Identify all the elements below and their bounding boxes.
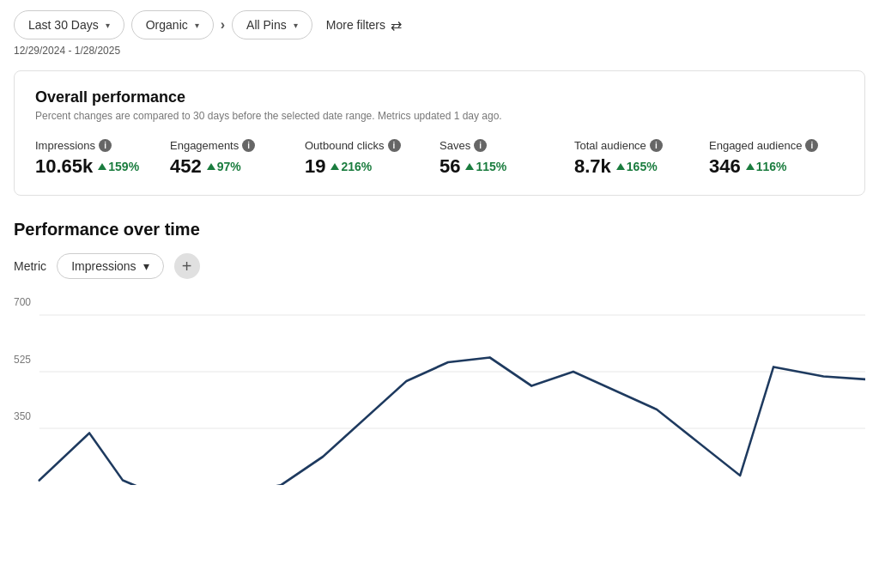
metric-label-5: Engaged audience i	[709, 139, 844, 152]
performance-chart	[14, 296, 865, 485]
organic-label: Organic	[146, 18, 188, 32]
up-arrow-icon-5	[746, 163, 755, 170]
metric-name-0: Impressions	[35, 139, 95, 152]
metric-item: Impressions i 10.65k 159%	[35, 139, 170, 178]
up-arrow-icon-1	[207, 163, 215, 170]
all-pins-chevron-icon: ▾	[294, 21, 298, 30]
metric-change-0: 159%	[98, 160, 139, 173]
more-filters-icon: ⇄	[391, 17, 402, 33]
metric-value-3: 56 115%	[440, 155, 574, 178]
up-arrow-icon-4	[616, 163, 625, 170]
overall-performance-card: Overall performance Percent changes are …	[14, 70, 865, 196]
metric-change-2: 216%	[330, 160, 372, 173]
info-icon-2[interactable]: i	[388, 139, 401, 152]
metric-pct-5: 116%	[756, 160, 787, 173]
metric-number-4: 8.7k	[574, 155, 611, 178]
add-metric-button[interactable]: +	[174, 253, 200, 279]
metric-name-4: Total audience	[574, 139, 646, 152]
metric-change-3: 115%	[465, 160, 506, 173]
chart-container: 700 525 350	[14, 296, 865, 485]
metric-value-2: 19 216%	[305, 155, 440, 178]
y-label-700: 700	[14, 296, 31, 308]
card-subtitle: Percent changes are compared to 30 days …	[35, 110, 844, 122]
metric-name-2: Outbound clicks	[305, 139, 385, 152]
metric-value-5: 346 116%	[709, 155, 844, 178]
up-arrow-icon-2	[330, 163, 339, 170]
metric-value-0: 10.65k 159%	[35, 155, 170, 178]
all-pins-dropdown[interactable]: All Pins ▾	[232, 10, 312, 39]
metric-value-1: 452 97%	[170, 155, 305, 178]
metric-name-5: Engaged audience	[709, 139, 802, 152]
more-filters-button[interactable]: More filters ⇄	[326, 17, 402, 33]
date-range-chevron-icon: ▾	[106, 21, 110, 30]
metric-item: Outbound clicks i 19 216%	[305, 139, 440, 178]
metric-name-3: Saves	[440, 139, 470, 152]
metric-number-0: 10.65k	[35, 155, 93, 178]
y-label-525: 525	[14, 354, 31, 366]
metrics-row: Impressions i 10.65k 159% Engagements i …	[35, 139, 844, 178]
metric-pct-2: 216%	[341, 160, 372, 173]
metric-item: Total audience i 8.7k 165%	[574, 139, 709, 178]
date-range-display: 12/29/2024 - 1/28/2025	[14, 45, 865, 57]
plus-icon: +	[182, 257, 192, 276]
filter-bar: Last 30 Days ▾ Organic ▾ › All Pins ▾ Mo…	[14, 10, 865, 39]
page-container: Last 30 Days ▾ Organic ▾ › All Pins ▾ Mo…	[0, 0, 879, 588]
y-label-350: 350	[14, 410, 31, 422]
metric-label-text: Metric	[14, 259, 46, 273]
metric-selector: Metric Impressions ▾ +	[14, 253, 865, 279]
more-filters-label: More filters	[326, 18, 385, 32]
all-pins-label: All Pins	[246, 18, 287, 32]
metric-label-2: Outbound clicks i	[305, 139, 440, 152]
filter-arrow-icon: ›	[221, 17, 225, 33]
metric-pct-0: 159%	[108, 160, 139, 173]
metric-change-1: 97%	[207, 160, 241, 173]
date-range-dropdown[interactable]: Last 30 Days ▾	[14, 10, 124, 39]
metric-item: Engagements i 452 97%	[170, 139, 305, 178]
metric-label-0: Impressions i	[35, 139, 170, 152]
metric-pct-1: 97%	[217, 160, 241, 173]
metric-pct-3: 115%	[476, 160, 506, 173]
metric-item: Saves i 56 115%	[440, 139, 574, 178]
info-icon-5[interactable]: i	[805, 139, 818, 152]
info-icon-4[interactable]: i	[650, 139, 663, 152]
up-arrow-icon-0	[98, 163, 106, 170]
card-title: Overall performance	[35, 88, 844, 106]
metric-label-4: Total audience i	[574, 139, 709, 152]
metric-value-4: 8.7k 165%	[574, 155, 709, 178]
section-title: Performance over time	[14, 220, 865, 239]
metric-number-1: 452	[170, 155, 202, 178]
info-icon-1[interactable]: i	[242, 139, 255, 152]
metric-name-1: Engagements	[170, 139, 239, 152]
up-arrow-icon-3	[465, 163, 474, 170]
metric-label-3: Saves i	[440, 139, 574, 152]
metric-number-2: 19	[305, 155, 325, 178]
info-icon-3[interactable]: i	[474, 139, 487, 152]
info-icon-0[interactable]: i	[99, 139, 112, 152]
date-range-label: Last 30 Days	[28, 18, 99, 32]
metric-number-5: 346	[709, 155, 741, 178]
y-axis-labels: 700 525 350	[14, 296, 38, 485]
metric-label-1: Engagements i	[170, 139, 305, 152]
metric-change-4: 165%	[616, 160, 658, 173]
organic-chevron-icon: ▾	[195, 21, 199, 30]
organic-dropdown[interactable]: Organic ▾	[131, 10, 214, 39]
metric-selected-label: Impressions	[71, 259, 136, 273]
metric-pct-4: 165%	[627, 160, 658, 173]
metric-dropdown[interactable]: Impressions ▾	[57, 253, 163, 279]
metric-change-5: 116%	[746, 160, 787, 173]
metric-number-3: 56	[440, 155, 460, 178]
performance-over-time-section: Performance over time Metric Impressions…	[14, 220, 865, 485]
metric-item: Engaged audience i 346 116%	[709, 139, 844, 178]
metric-chevron-icon: ▾	[143, 259, 149, 273]
